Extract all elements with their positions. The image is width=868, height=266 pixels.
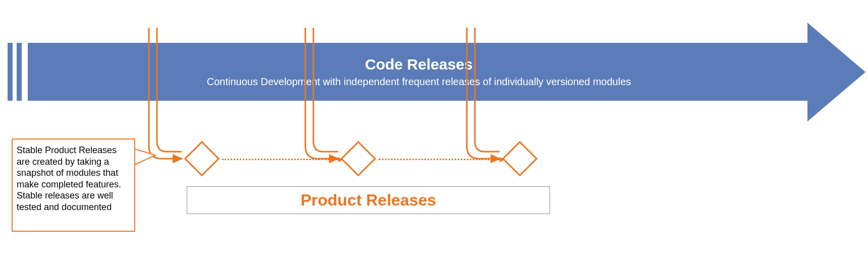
arrow-tail-segment-1 — [8, 43, 13, 101]
dotted-connector-2 — [378, 159, 500, 160]
callout-pointer-icon — [133, 141, 158, 171]
arrow-subtitle: Continuous Development with independent … — [207, 76, 631, 88]
release-diamond-1 — [184, 141, 220, 177]
callout-box: Stable Product Releases are created by t… — [12, 139, 135, 232]
release-diamond-3 — [502, 141, 538, 177]
release-diamond-2 — [341, 141, 376, 177]
arrow-body: Code Releases Continuous Development wit… — [28, 43, 810, 101]
dotted-connector-1 — [222, 159, 338, 160]
arrow-title: Code Releases — [365, 56, 472, 73]
code-releases-arrow: Code Releases Continuous Development wit… — [8, 38, 865, 106]
product-releases-box: Product Releases — [187, 186, 550, 214]
product-releases-label: Product Releases — [301, 191, 437, 210]
arrow-tail-segment-2 — [17, 43, 22, 101]
callout-text: Stable Product Releases are created by t… — [17, 145, 121, 212]
arrow-head-icon — [807, 23, 865, 121]
